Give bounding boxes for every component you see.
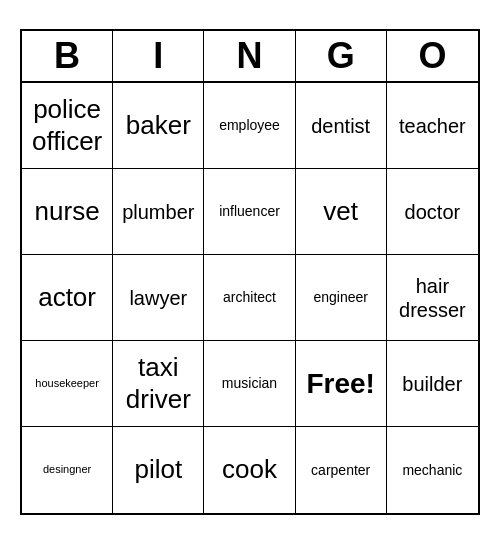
header-letter: O xyxy=(387,31,478,81)
bingo-cell: lawyer xyxy=(113,255,204,341)
header-letter: I xyxy=(113,31,204,81)
bingo-cell: hair dresser xyxy=(387,255,478,341)
bingo-cell: taxi driver xyxy=(113,341,204,427)
bingo-cell: Free! xyxy=(296,341,387,427)
bingo-cell: teacher xyxy=(387,83,478,169)
bingo-cell: architect xyxy=(204,255,295,341)
bingo-cell: influencer xyxy=(204,169,295,255)
bingo-cell: nurse xyxy=(22,169,113,255)
bingo-cell: builder xyxy=(387,341,478,427)
bingo-cell: police officer xyxy=(22,83,113,169)
header-letter: B xyxy=(22,31,113,81)
bingo-cell: engineer xyxy=(296,255,387,341)
bingo-cell: housekeeper xyxy=(22,341,113,427)
header-letter: N xyxy=(204,31,295,81)
header-letter: G xyxy=(296,31,387,81)
bingo-cell: carpenter xyxy=(296,427,387,513)
bingo-cell: musician xyxy=(204,341,295,427)
bingo-cell: employee xyxy=(204,83,295,169)
bingo-cell: mechanic xyxy=(387,427,478,513)
bingo-cell: plumber xyxy=(113,169,204,255)
bingo-cell: vet xyxy=(296,169,387,255)
bingo-cell: pilot xyxy=(113,427,204,513)
bingo-cell: desingner xyxy=(22,427,113,513)
bingo-cell: actor xyxy=(22,255,113,341)
bingo-cell: cook xyxy=(204,427,295,513)
bingo-header: BINGO xyxy=(22,31,478,83)
bingo-grid: police officerbakeremployeedentistteache… xyxy=(22,83,478,513)
bingo-cell: baker xyxy=(113,83,204,169)
bingo-card: BINGO police officerbakeremployeedentist… xyxy=(20,29,480,515)
bingo-cell: doctor xyxy=(387,169,478,255)
bingo-cell: dentist xyxy=(296,83,387,169)
